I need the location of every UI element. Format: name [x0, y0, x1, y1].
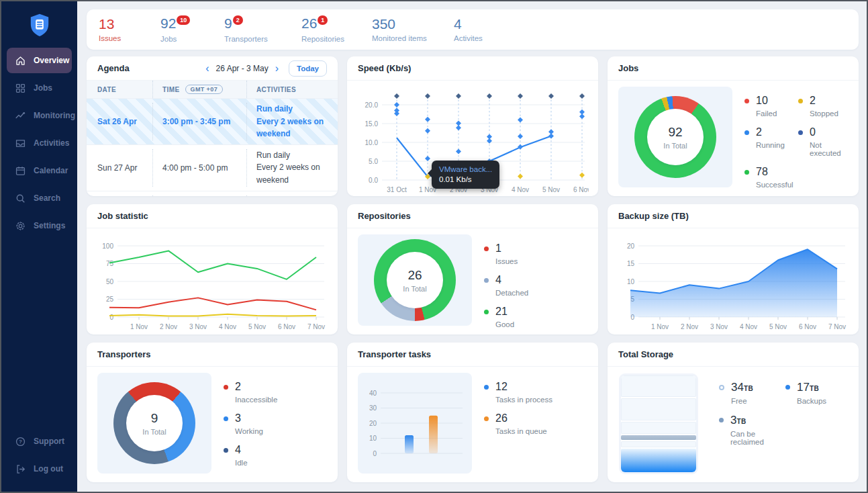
calendar-icon [15, 165, 26, 177]
sidebar-item-settings[interactable]: Settings [7, 213, 72, 238]
legend-value: 21 [495, 306, 514, 318]
legend-label: Running [756, 141, 785, 149]
tasks-chart-panel: 010203040 [358, 373, 472, 474]
repositories-donut-panel: 26In Total [358, 234, 472, 326]
donut-total-label: In Total [663, 142, 687, 150]
legend-label: Issues [495, 257, 518, 265]
stat-value: 26 [301, 15, 317, 31]
sidebar-item-label: Calendar [34, 166, 68, 175]
stat-monitored-items[interactable]: 350Monitored items [372, 17, 454, 42]
legend-item-can-be-reclaimed: 3TBCan be reclaimed [719, 414, 781, 446]
agenda-row[interactable]: Sun 27 Apr4:00 pm - 5:00 pmRun dailyEver… [87, 144, 338, 191]
legend-item-backups: 17TBBackups [785, 381, 848, 405]
sidebar-item-label: Monitoring [34, 111, 75, 120]
transporter-tasks-title: Transporter tasks [358, 349, 431, 359]
support-icon: ? [15, 436, 26, 447]
sidebar-footer: ?SupportLog out [1, 427, 77, 492]
svg-text:75: 75 [106, 260, 114, 267]
legend-label: Good [495, 320, 514, 328]
monitoring-icon [15, 110, 26, 122]
stat-label: Jobs [160, 35, 224, 43]
sidebar-item-monitoring[interactable]: Monitoring [7, 103, 72, 128]
svg-text:?: ? [19, 439, 22, 445]
legend-marker-icon [224, 416, 228, 421]
svg-text:4 Nov: 4 Nov [219, 323, 236, 330]
stat-issues[interactable]: 13Issues [99, 17, 160, 42]
agenda-table: DATE TIME GMT +07 ACTIVITIES Sat 26 Apr3… [87, 81, 338, 196]
sidebar-item-search[interactable]: Search [7, 185, 72, 211]
repositories-card: Repositories 26In Total 1Issues4Detached… [347, 204, 598, 334]
tasks-legend: 12Tasks in process26Tasks in queue [484, 373, 587, 474]
main-content: 13Issues9210Jobs92Transporters261Reposit… [77, 1, 867, 492]
stat-label: Issues [99, 34, 160, 42]
sidebar-item-log-out[interactable]: Log out [7, 456, 72, 482]
overview-icon [15, 55, 26, 66]
legend-marker-icon [785, 385, 790, 390]
sidebar-item-label: Jobs [34, 83, 52, 93]
sidebar-item-support[interactable]: ?Support [7, 429, 72, 454]
svg-text:40: 40 [369, 390, 377, 397]
legend-marker-icon [224, 448, 228, 453]
legend-marker-icon [744, 170, 749, 175]
stat-badge: 1 [318, 15, 328, 25]
sidebar-item-activities[interactable]: Activities [7, 130, 72, 156]
jobs-icon [15, 83, 26, 94]
agenda-row[interactable]: Mon 28 Apr8:30 pmRun after the "VMware b… [87, 191, 338, 196]
stat-value: 350 [372, 16, 395, 32]
svg-text:7 Nov: 7 Nov [307, 323, 325, 330]
today-button[interactable]: Today [289, 60, 327, 77]
svg-text:20.0: 20.0 [365, 101, 379, 109]
legend-marker-icon [484, 310, 489, 314]
legend-marker-icon [798, 99, 803, 103]
job-statistic-card: Job statistic 02550751001 Nov2 Nov3 Nov4… [87, 204, 338, 334]
transporters-title: Transporters [97, 349, 150, 359]
next-range-button[interactable]: › [272, 63, 282, 74]
legend-value: 34TB [731, 381, 753, 394]
agenda-date: Sun 27 Apr [87, 149, 152, 187]
agenda-title: Agenda [97, 63, 130, 73]
legend-marker-icon [719, 418, 724, 422]
stat-transporters[interactable]: 92Transporters [224, 16, 301, 43]
legend-value: 12 [495, 381, 552, 393]
settings-icon [15, 220, 26, 232]
app-logo-icon [27, 12, 52, 38]
legend-label: Tasks in queue [495, 427, 547, 435]
sidebar-item-overview[interactable]: Overview [7, 48, 72, 73]
donut-total-value: 9 [151, 411, 158, 426]
prev-range-button[interactable]: ‹ [202, 63, 212, 74]
stat-value: 9 [224, 15, 232, 31]
legend-value: 1 [495, 242, 518, 255]
sidebar-item-jobs[interactable]: Jobs [7, 75, 72, 101]
legend-marker-icon [224, 385, 228, 390]
svg-text:4 Nov: 4 Nov [740, 323, 757, 330]
svg-text:2 Nov: 2 Nov [681, 323, 698, 330]
timezone-badge[interactable]: GMT +07 [185, 85, 224, 94]
stat-repositories[interactable]: 261Repositories [301, 16, 372, 43]
legend-item-issues: 1Issues [484, 242, 587, 265]
sidebar-item-calendar[interactable]: Calendar [7, 158, 72, 183]
legend-value: 3 [235, 412, 263, 424]
stat-label: Transporters [224, 35, 301, 43]
agenda-row[interactable]: Sat 26 Apr3:00 pm - 3:45 pmRun dailyEver… [87, 98, 338, 144]
legend-item-good: 21Good [484, 306, 587, 328]
svg-text:15: 15 [627, 260, 635, 267]
column-header-activities: ACTIVITIES [246, 81, 338, 98]
stat-jobs[interactable]: 9210Jobs [160, 16, 224, 43]
legend-item-working: 3Working [224, 412, 327, 435]
sidebar: OverviewJobsMonitoringActivitiesCalendar… [1, 1, 77, 492]
legend-item-tasks-in-process: 12Tasks in process [484, 381, 587, 404]
stat-activites[interactable]: 4Activites [454, 17, 508, 42]
svg-text:15.0: 15.0 [365, 120, 379, 128]
svg-text:25: 25 [106, 296, 114, 303]
sidebar-item-label: Settings [34, 221, 65, 230]
column-header-date: DATE [87, 86, 152, 93]
svg-text:5 Nov: 5 Nov [769, 323, 787, 330]
tasks-bar-chart: 010203040 [362, 375, 468, 471]
svg-text:3 Nov: 3 Nov [710, 323, 728, 330]
speed-card: Speed (Kb/s) 0.05.010.015.020.031 Oct1 N… [347, 56, 598, 196]
chart-tooltip: VMware back...0.01 Kb/s [432, 161, 499, 189]
svg-text:30: 30 [369, 404, 377, 412]
stat-label: Activites [454, 34, 508, 42]
legend-marker-icon [484, 278, 489, 283]
legend-item-successful: 78Successful [744, 166, 794, 189]
